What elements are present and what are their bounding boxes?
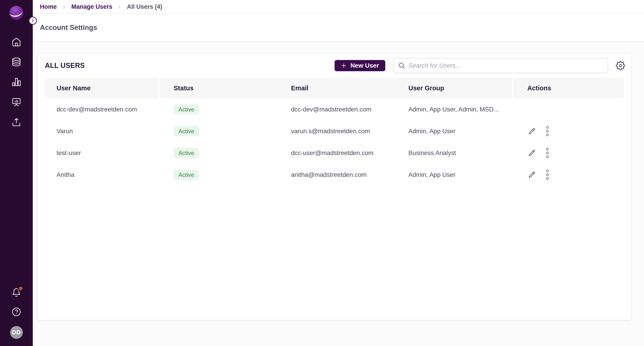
pencil-icon: [528, 127, 536, 135]
cell-status: Active: [160, 142, 279, 164]
row-menu-button[interactable]: [545, 125, 550, 137]
row-menu-button[interactable]: [545, 147, 550, 159]
edit-user-button[interactable]: [527, 126, 537, 136]
column-header-actions: Actions: [514, 78, 624, 98]
sidebar-item-presentation[interactable]: [11, 97, 22, 107]
column-header-user-group[interactable]: User Group: [397, 78, 514, 98]
user-avatar[interactable]: DD: [10, 326, 23, 339]
main-area: Home › Manage Users › All Users (4) Acco…: [33, 0, 644, 346]
home-icon: [12, 37, 21, 47]
presentation-board-icon: [12, 97, 21, 107]
edit-user-button[interactable]: [527, 148, 537, 158]
table-settings-button[interactable]: [614, 60, 626, 71]
cell-email: varun.s@madstreetden.com: [279, 120, 397, 142]
row-menu-button[interactable]: [545, 169, 550, 181]
cell-email: dcc-dev@madstreetden.com: [279, 98, 397, 120]
table-row: test-userActivedcc-user@madstreetden.com…: [45, 142, 624, 164]
sidebar-item-data[interactable]: [11, 57, 22, 67]
column-header-user-name[interactable]: User Name: [45, 78, 160, 98]
panel-header: ALL USERS New User: [38, 54, 631, 78]
status-badge: Active: [174, 104, 199, 115]
brand-logo[interactable]: [9, 6, 24, 20]
breadcrumb-separator-icon: ›: [63, 3, 65, 10]
table-row: VarunActivevarun.s@madstreetden.comAdmin…: [45, 120, 624, 142]
sidebar-bottom: DD: [10, 287, 23, 339]
cell-user-group: Admin, App User: [397, 120, 514, 142]
panel-toolbar: New User: [334, 58, 626, 73]
status-badge: Active: [174, 126, 199, 136]
chevron-right-icon: [31, 19, 35, 23]
pencil-icon: [528, 149, 536, 157]
cell-user-name: test-user: [45, 142, 160, 164]
table-header-row: User Name Status Email User Group Action…: [45, 78, 624, 98]
table-body: dcc-dev@madstreetden.comActivedcc-dev@ma…: [45, 98, 624, 186]
edit-user-button[interactable]: [527, 170, 537, 180]
kebab-dot: [546, 134, 549, 136]
cell-email: anitha@madstreetden.com: [279, 164, 397, 186]
sidebar-nav: [11, 37, 22, 127]
search-input[interactable]: [393, 58, 608, 73]
kebab-dot: [546, 148, 549, 150]
breadcrumb-home[interactable]: Home: [40, 3, 57, 10]
plus-icon: [341, 63, 347, 69]
users-table: User Name Status Email User Group Action…: [45, 78, 624, 186]
search-box: [393, 58, 608, 73]
kebab-dot: [546, 130, 549, 132]
breadcrumb: Home › Manage Users › All Users (4): [33, 0, 644, 14]
pencil-icon: [528, 171, 536, 179]
cell-status: Active: [160, 98, 279, 120]
cell-status: Active: [160, 164, 279, 186]
help-button[interactable]: [11, 307, 22, 317]
cell-user-name: Anitha: [45, 164, 160, 186]
table-row: dcc-dev@madstreetden.comActivedcc-dev@ma…: [45, 98, 624, 120]
cell-email: dcc-user@madstreetden.com: [279, 142, 397, 164]
kebab-dot: [546, 170, 549, 172]
breadcrumb-separator-icon: ›: [119, 3, 121, 10]
cell-user-name: dcc-dev@madstreetden.com: [45, 98, 160, 120]
help-icon: [12, 307, 21, 317]
new-user-button-label: New User: [350, 62, 379, 69]
cell-status: Active: [160, 120, 279, 142]
cell-user-group: Admin, App User: [397, 164, 514, 186]
cell-user-group: Admin, App User, Admin, MSD...: [397, 98, 514, 120]
kebab-dot: [546, 152, 549, 154]
cell-user-name: Varun: [45, 120, 160, 142]
sidebar-item-analytics[interactable]: [11, 77, 22, 87]
table-row: AnithaActiveanitha@madstreetden.comAdmin…: [45, 164, 624, 186]
panel-title: ALL USERS: [45, 62, 85, 70]
cell-actions: [514, 120, 624, 142]
page-title-bar: Account Settings: [33, 14, 644, 42]
kebab-dot: [546, 177, 549, 180]
all-users-panel: ALL USERS New User: [37, 53, 632, 320]
kebab-dot: [546, 126, 549, 128]
bar-chart-icon: [12, 77, 21, 87]
brand-logo-icon: [9, 6, 24, 20]
cell-actions: [514, 142, 624, 164]
upload-icon: [12, 117, 21, 127]
gear-icon: [616, 61, 625, 70]
status-badge: Active: [174, 170, 199, 180]
sidebar: DD: [0, 0, 33, 346]
database-icon: [12, 57, 21, 67]
notification-badge: [19, 286, 23, 290]
status-badge: Active: [174, 148, 199, 158]
search-icon: [398, 62, 405, 69]
column-header-email[interactable]: Email: [279, 78, 397, 98]
column-header-status[interactable]: Status: [160, 78, 279, 98]
kebab-dot: [546, 174, 549, 176]
cell-actions: [514, 98, 624, 120]
breadcrumb-manage-users[interactable]: Manage Users: [71, 3, 112, 10]
content-area: ALL USERS New User: [33, 42, 644, 346]
kebab-dot: [546, 155, 549, 158]
sidebar-expand-button[interactable]: [29, 17, 37, 25]
cell-actions: [514, 164, 624, 186]
sidebar-item-export[interactable]: [11, 117, 22, 127]
new-user-button[interactable]: New User: [334, 60, 385, 71]
notifications-button[interactable]: [11, 287, 22, 298]
page-title: Account Settings: [40, 24, 97, 32]
sidebar-item-home[interactable]: [11, 37, 22, 47]
breadcrumb-current: All Users (4): [127, 3, 162, 10]
cell-user-group: Business Analyst: [397, 142, 514, 164]
